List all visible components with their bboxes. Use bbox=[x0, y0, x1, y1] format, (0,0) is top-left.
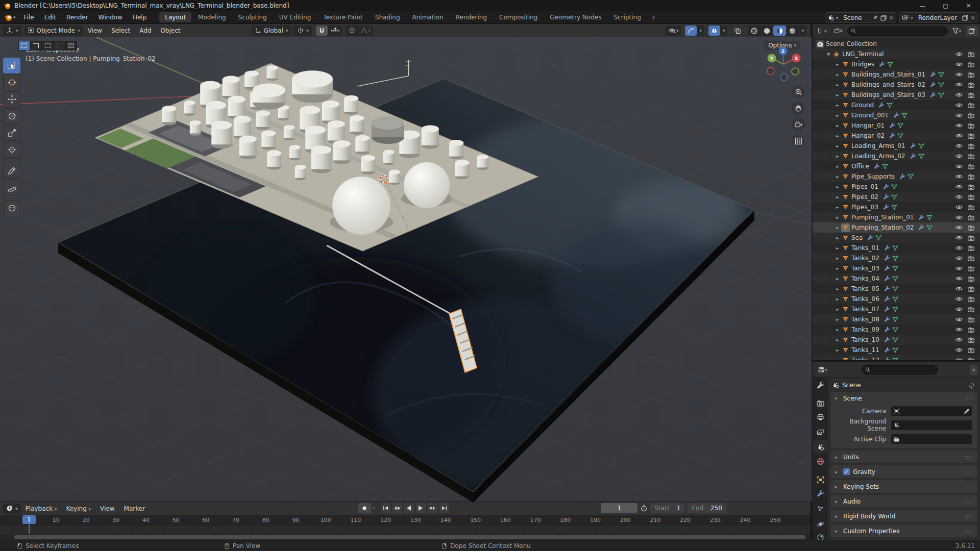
panel-drag-handle[interactable]: :::: bbox=[965, 499, 973, 504]
disable-in-renders-toggle[interactable] bbox=[967, 264, 975, 272]
auto-keying-toggle[interactable] bbox=[358, 503, 371, 513]
shading-wireframe[interactable] bbox=[748, 26, 761, 36]
panel-rigid-body-world[interactable]: ▸ Rigid Body World:::: bbox=[831, 510, 977, 522]
expand-toggle[interactable]: ► bbox=[834, 307, 841, 312]
workspace-tab-shading[interactable]: Shading bbox=[370, 12, 406, 22]
timeline-editor-type[interactable]: ▾ bbox=[3, 504, 21, 514]
outliner-filter-collection[interactable]: ▾ bbox=[831, 26, 846, 36]
menu-help[interactable]: Help bbox=[128, 11, 152, 23]
expand-toggle[interactable]: ▼ bbox=[825, 52, 832, 57]
snap-settings[interactable]: ▾ bbox=[328, 26, 342, 36]
show-overlays-toggle[interactable] bbox=[708, 26, 720, 36]
shading-rendered[interactable] bbox=[786, 26, 799, 36]
hide-in-viewport-toggle[interactable] bbox=[955, 132, 963, 140]
expand-toggle[interactable]: ► bbox=[834, 72, 841, 77]
hide-in-viewport-toggle[interactable] bbox=[955, 70, 963, 79]
disable-in-renders-toggle[interactable] bbox=[967, 193, 975, 201]
navigation-gizmo[interactable]: Y Z X bbox=[761, 41, 806, 87]
outliner-row-pumping-station-01[interactable]: ►Pumping_Station_01 bbox=[813, 212, 980, 222]
unlink-scene-icon[interactable]: ✕ bbox=[889, 14, 894, 21]
expand-toggle[interactable]: ► bbox=[834, 338, 841, 342]
outliner-editor[interactable]: ▾ ▾ ▾ Scene Collection ▼LNG_Terminal ►Br… bbox=[813, 24, 980, 361]
expand-toggle[interactable]: ► bbox=[834, 134, 841, 138]
hide-in-viewport-toggle[interactable] bbox=[955, 183, 963, 191]
start-frame-field[interactable]: Start1 bbox=[650, 503, 684, 513]
hide-in-viewport-toggle[interactable] bbox=[955, 264, 963, 272]
disable-in-renders-toggle[interactable] bbox=[967, 223, 975, 232]
show-gizmos-toggle[interactable] bbox=[685, 26, 697, 36]
disable-in-renders-toggle[interactable] bbox=[967, 121, 975, 130]
properties-tab-particles[interactable] bbox=[813, 502, 828, 515]
disable-in-renders-toggle[interactable] bbox=[967, 111, 975, 119]
move-tool[interactable] bbox=[3, 91, 20, 107]
scene-panel-header[interactable]: ▾ Scene :::: bbox=[831, 392, 977, 404]
timeline-menu-view[interactable]: View bbox=[95, 505, 119, 512]
outliner-row-pipes-01[interactable]: ►Pipes_01 bbox=[813, 182, 980, 192]
hide-in-viewport-toggle[interactable] bbox=[955, 213, 963, 221]
properties-tab-physics[interactable] bbox=[813, 517, 828, 531]
outliner-row-pipe-supports[interactable]: ►Pipe_Supports bbox=[813, 171, 980, 182]
outliner-row-tanks-07[interactable]: ►Tanks_07 bbox=[813, 304, 980, 314]
disable-in-renders-toggle[interactable] bbox=[967, 285, 975, 293]
properties-tab-object[interactable] bbox=[813, 473, 828, 486]
hide-in-viewport-toggle[interactable] bbox=[955, 305, 963, 313]
hide-in-viewport-toggle[interactable] bbox=[955, 325, 963, 334]
outliner-row-loading-arms-01[interactable]: ►Loading_Arms_01 bbox=[813, 141, 980, 151]
expand-toggle[interactable]: ► bbox=[834, 144, 841, 148]
disable-in-renders-toggle[interactable] bbox=[967, 336, 975, 344]
panel-gravity[interactable]: ▸✓ Gravity:::: bbox=[831, 465, 977, 478]
expand-toggle[interactable]: ► bbox=[834, 113, 841, 118]
outliner-row-bridges[interactable]: ►Bridges bbox=[813, 59, 980, 69]
outliner-row-pipes-02[interactable]: ►Pipes_02 bbox=[813, 192, 980, 202]
minimize-button[interactable]: — bbox=[911, 0, 934, 11]
workspace-tab-uv-editing[interactable]: UV Editing bbox=[274, 12, 317, 22]
timeline-ruler[interactable]: 1020304050607080901001101201301401501601… bbox=[0, 515, 811, 526]
disable-in-renders-toggle[interactable] bbox=[967, 244, 975, 252]
outliner-search-input[interactable] bbox=[858, 28, 944, 34]
select-set-mode[interactable] bbox=[18, 41, 30, 51]
expand-toggle[interactable]: ► bbox=[834, 358, 841, 361]
timeline-menu-marker[interactable]: Marker bbox=[119, 505, 150, 512]
new-collection-button[interactable] bbox=[966, 26, 978, 36]
editor-type-button[interactable]: ▾ bbox=[3, 26, 21, 36]
disable-in-renders-toggle[interactable] bbox=[967, 234, 975, 242]
expand-toggle[interactable]: ► bbox=[834, 246, 841, 251]
next-keyframe-button[interactable] bbox=[428, 503, 437, 513]
workspace-tab-modeling[interactable]: Modeling bbox=[192, 12, 232, 22]
timeline-menu-playback[interactable]: Playback ▾ bbox=[21, 505, 62, 512]
active-clip-field[interactable] bbox=[891, 434, 972, 444]
expand-toggle[interactable]: ► bbox=[834, 328, 841, 332]
expand-toggle[interactable]: ► bbox=[834, 266, 841, 271]
shading-dropdown[interactable]: ▾ bbox=[799, 26, 806, 36]
current-frame-badge[interactable]: 1 bbox=[22, 515, 36, 524]
disable-in-renders-toggle[interactable] bbox=[967, 295, 975, 303]
expand-toggle[interactable]: ► bbox=[834, 164, 841, 169]
outliner-row-tanks-10[interactable]: ►Tanks_10 bbox=[813, 335, 980, 345]
hide-in-viewport-toggle[interactable] bbox=[955, 50, 963, 58]
hide-in-viewport-toggle[interactable] bbox=[955, 152, 963, 160]
hide-in-viewport-toggle[interactable] bbox=[955, 285, 963, 293]
disable-in-renders-toggle[interactable] bbox=[967, 315, 975, 323]
cursor-tool[interactable] bbox=[3, 74, 20, 90]
expand-toggle[interactable]: ► bbox=[834, 205, 841, 210]
outliner-display-mode[interactable]: ▾ bbox=[815, 26, 829, 36]
disable-in-renders-toggle[interactable] bbox=[967, 91, 975, 99]
outliner-row-tanks-06[interactable]: ►Tanks_06 bbox=[813, 294, 980, 304]
disable-in-renders-toggle[interactable] bbox=[967, 325, 975, 334]
outliner-row-buildings-and-stairs-02[interactable]: ►Buildings_and_Stairs_02 bbox=[813, 80, 980, 90]
hide-in-viewport-toggle[interactable] bbox=[955, 91, 963, 99]
play-reverse-button[interactable] bbox=[404, 503, 414, 513]
hide-in-viewport-toggle[interactable] bbox=[955, 223, 963, 232]
hide-in-viewport-toggle[interactable] bbox=[955, 203, 963, 211]
panel-units[interactable]: ▸ Units:::: bbox=[831, 450, 977, 463]
hide-in-viewport-toggle[interactable] bbox=[955, 346, 963, 354]
disable-in-renders-toggle[interactable] bbox=[967, 81, 975, 89]
hide-in-viewport-toggle[interactable] bbox=[955, 81, 963, 89]
proportional-falloff[interactable]: ▾ bbox=[358, 26, 373, 36]
pivot-point-button[interactable]: ▾ bbox=[294, 26, 312, 36]
hide-in-viewport-toggle[interactable] bbox=[955, 244, 963, 252]
overlays-dropdown[interactable]: ▾ bbox=[720, 26, 728, 36]
workspace-tab-geometry-nodes[interactable]: Geometry Nodes bbox=[544, 12, 607, 22]
properties-tab-view-layer[interactable] bbox=[813, 425, 828, 439]
expand-toggle[interactable]: ► bbox=[834, 236, 841, 240]
